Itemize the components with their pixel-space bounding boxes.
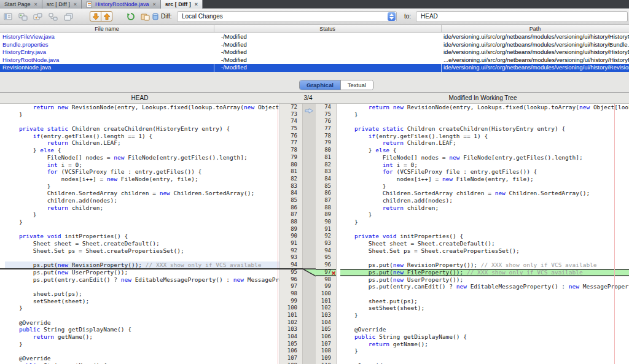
file-row[interactable]: HistoryFileView.java-/Modifiedide/versio…	[0, 33, 629, 41]
tree-branch-icon[interactable]	[47, 11, 59, 22]
code-line[interactable]: }	[340, 219, 629, 226]
code-line[interactable]: children.add(nodes);	[340, 197, 629, 204]
tab-close-icon[interactable]: ×	[152, 2, 155, 7]
file-row[interactable]: Bundle.properties-/Modifiedide/versionin…	[0, 41, 629, 49]
column-header-path[interactable]: Path	[441, 25, 629, 33]
code-line[interactable]: }	[5, 219, 279, 226]
code-line[interactable]: setSheet(sheet);	[5, 298, 279, 305]
code-line[interactable]: } else {	[5, 147, 279, 154]
export-diff-icon[interactable]	[149, 11, 162, 22]
code-line[interactable]: private static Children createChildren(H…	[340, 125, 629, 133]
code-line[interactable]: }	[5, 341, 279, 348]
combo-stepper-icon[interactable]	[388, 12, 396, 21]
editor-tab[interactable]: src [ Diff ]×	[161, 0, 203, 9]
code-line[interactable]: return children;	[340, 204, 629, 212]
code-line[interactable]: FileNode[] nodes = new FileNode[entry.ge…	[5, 154, 279, 161]
code-line[interactable]: ps.put(new UserProperty());	[340, 276, 629, 284]
code-line[interactable]	[340, 355, 629, 362]
code-line[interactable]: public String getDisplayName() {	[340, 333, 629, 341]
code-line[interactable]	[5, 254, 279, 261]
tab-close-icon[interactable]: ×	[34, 2, 37, 7]
tab-close-icon[interactable]: ×	[195, 2, 198, 7]
code-line[interactable]	[340, 118, 629, 125]
refresh-icon[interactable]	[125, 11, 137, 22]
code-line[interactable]: ps.put(entry.canEdit() ? new EditableMes…	[340, 283, 629, 290]
column-header-file-name[interactable]: File name	[0, 25, 214, 33]
code-line[interactable]: ps.put(entry.canEdit() ? new EditableMes…	[5, 276, 279, 284]
code-line[interactable]: Sheet sheet = Sheet.createDefault();	[5, 240, 279, 247]
code-line[interactable]: ps.put(new RevisionProperty()); // XXX s…	[5, 261, 279, 269]
code-line[interactable]: children.add(nodes);	[5, 197, 279, 204]
code-line[interactable]: return Children.LEAF;	[5, 139, 279, 147]
editor-tab[interactable]: src [ Diff ]×	[42, 0, 82, 9]
code-line[interactable]: return children;	[5, 204, 279, 212]
code-line[interactable]: Sheet.Set ps = Sheet.createPropertiesSet…	[5, 247, 279, 255]
diff-source-combobox[interactable]: Local Changes	[177, 11, 397, 22]
code-line[interactable]: public String getDisplayName() {	[5, 326, 279, 333]
diff-target-field[interactable]: HEAD	[416, 11, 628, 22]
column-header-status[interactable]: Status	[214, 25, 441, 33]
file-row[interactable]: HistoryEntry.java-/Modifiedide/versionin…	[0, 48, 629, 56]
code-line[interactable]: return getName();	[5, 333, 279, 341]
code-line[interactable]	[340, 254, 629, 261]
code-line[interactable]: Sheet sheet = Sheet.createDefault();	[340, 240, 629, 247]
code-line[interactable]: if(entry.getFiles().length == 1) {	[5, 133, 279, 140]
code-line[interactable]: }	[340, 111, 629, 118]
code-line[interactable]: setSheet(sheet);	[340, 304, 629, 312]
code-line[interactable]: int i = 0;	[340, 161, 629, 169]
code-line[interactable]	[5, 226, 279, 233]
code-line[interactable]: private static Children createChildren(H…	[5, 125, 279, 133]
view-toggle-graphical[interactable]: Graphical	[300, 80, 340, 90]
code-line[interactable]: sheet.put(ps);	[5, 290, 279, 298]
code-line[interactable]: }	[5, 183, 279, 190]
code-line[interactable]: int i = 0;	[5, 161, 279, 169]
right-code-editor[interactable]: return new RevisionNode(entry, Lookups.f…	[337, 104, 629, 364]
panel-list-icon[interactable]	[2, 11, 14, 22]
tab-close-icon[interactable]: ×	[74, 2, 77, 7]
code-line[interactable]: if(entry.getFiles().length == 1) {	[340, 133, 629, 140]
code-line[interactable]: }	[340, 211, 629, 219]
code-line[interactable]: @Override	[340, 326, 629, 333]
code-line[interactable]: }	[5, 211, 279, 219]
code-line[interactable]: private void initProperties() {	[340, 233, 629, 240]
linked-files-icon[interactable]	[17, 11, 29, 22]
previous-difference-button[interactable]	[101, 11, 112, 21]
file-row[interactable]: HistoryRootNode.java-/Modified...e/versi…	[0, 56, 629, 64]
code-line[interactable]: }	[5, 304, 279, 312]
code-line[interactable]: for (VCSFileProxy file : entry.getFiles(…	[340, 168, 629, 176]
code-line[interactable]: ps.put(new RevisionProperty()); // XXX s…	[340, 261, 629, 269]
view-toggle-textual[interactable]: Textual	[340, 80, 373, 90]
stacked-files-icon[interactable]	[62, 11, 74, 22]
editor-tab[interactable]: Start Page×	[0, 0, 42, 9]
code-line[interactable]: return Children.LEAF;	[340, 139, 629, 147]
code-line[interactable]: }	[5, 111, 279, 118]
code-line[interactable]: @Override	[5, 319, 279, 327]
file-pair-icon[interactable]	[31, 11, 44, 22]
code-line[interactable]: }	[340, 347, 629, 355]
left-code-editor[interactable]: return new RevisionNode(entry, Lookups.f…	[0, 104, 279, 364]
code-line[interactable]: Sheet.Set ps = Sheet.createPropertiesSet…	[340, 247, 629, 255]
next-difference-button[interactable]	[90, 11, 101, 21]
file-row[interactable]: RevisionNode.java-/Modifiedide/versionin…	[0, 64, 629, 72]
code-line[interactable]: @Override	[5, 355, 279, 362]
code-line[interactable]	[5, 312, 279, 319]
code-line[interactable]: }	[340, 183, 629, 190]
code-line[interactable]: ps.put(new UserProperty());	[5, 269, 279, 276]
code-line[interactable]: private void initProperties() {	[5, 233, 279, 240]
code-line[interactable]: } else {	[340, 147, 629, 154]
code-line[interactable]: nodes[i++] = new FileNode(entry, file);	[5, 176, 279, 183]
code-line[interactable]	[340, 226, 629, 233]
code-line[interactable]	[5, 347, 279, 355]
code-line[interactable]: Children.SortedArray children = new Chil…	[340, 190, 629, 197]
code-line[interactable]: ps.put(new FileProperty()); // XXX show …	[340, 269, 629, 276]
code-line[interactable]	[340, 290, 629, 298]
code-line[interactable]: for (VCSFileProxy file : entry.getFiles(…	[5, 168, 279, 176]
code-line[interactable]: Children.SortedArray children = new Chil…	[5, 190, 279, 197]
code-line[interactable]	[5, 283, 279, 290]
code-line[interactable]: return new RevisionNode(entry, Lookups.f…	[5, 104, 279, 111]
editor-tab[interactable]: HistoryRootNode.java×	[82, 0, 161, 9]
code-line[interactable]: sheet.put(ps);	[340, 298, 629, 305]
code-line[interactable]: }	[340, 312, 629, 319]
code-line[interactable]: return new RevisionNode(entry, Lookups.f…	[340, 104, 629, 111]
code-line[interactable]: return getName();	[340, 341, 629, 348]
